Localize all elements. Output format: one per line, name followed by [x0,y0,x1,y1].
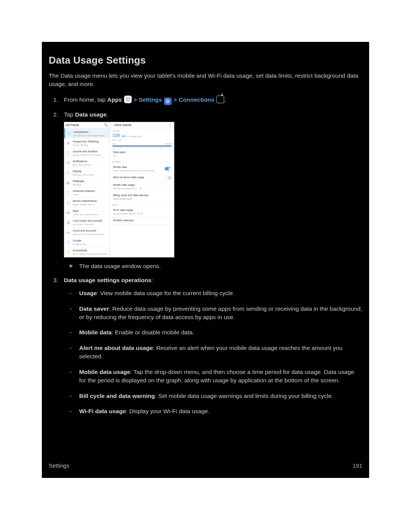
op-text: : View mobile data usage for the current… [97,290,235,296]
row-icon: ▦ [66,211,70,214]
settings-row[interactable]: ♪Sounds and vibrationSounds, Vibration, … [64,148,110,158]
row-subtitle: 0 B used between May 15 – Jun 12 [113,212,162,215]
settings-row[interactable]: ▣WallpaperWallpaper [64,178,110,188]
settings-row[interactable]: ☉Advanced featuresGames [64,188,110,198]
settings-row[interactable]: ⎋ConnectionsWi-Fi, Bluetooth, Data usage… [64,128,110,138]
usage-period: Jun 1 – 30 [112,139,172,141]
settings-row[interactable]: ▦AppsDefault apps, App permissions [64,208,110,217]
data-usage-row[interactable]: Mobile data usage338 MB used between Jun… [110,182,174,192]
settings-header-label: SETTINGS [66,124,79,127]
row-subtitle: Hotspot, Tethering [73,144,108,146]
step-3-post: : [151,277,153,283]
operation-item: Data saver: Reduce data usage by prevent… [79,305,362,322]
back-icon[interactable]: ‹ [112,123,113,127]
apps-label: Apps [107,96,122,103]
row-icon: ♪ [66,151,70,155]
row-title: Lock screen and security [73,219,108,223]
step-3: Data usage settings operations: Usage: V… [64,276,362,416]
row-title: Device maintenance [73,200,108,203]
row-title: Sounds and vibration [73,150,108,153]
section-title: Data Usage Settings [49,53,362,68]
data-usage-row[interactable]: Wi-Fi data usage0 B used between May 15 … [110,207,174,217]
op-name: Alert me about data usage [79,345,153,351]
more-icon[interactable]: ⋮ [168,123,172,127]
row-icon: ★ [66,250,70,254]
row-subtitle: Sounds, Vibration, Do not disturb [73,154,108,156]
operation-item: Mobile data usage: Tap the drop-down men… [79,368,362,385]
row-subtitle: Wi-Fi, Bluetooth, Data usage, Airplane m… [73,134,107,137]
usage-unit: MB [121,134,126,138]
settings-pane-header: SETTINGS 🔍 [64,122,110,128]
result-bullet: The data usage window opens. [79,262,362,270]
toggle[interactable] [165,176,172,179]
row-title: Accessibility [73,249,108,252]
data-usage-row[interactable]: Billing cycle and data warning1st day of… [110,192,174,202]
document-page: Data Usage Settings The Data usage menu … [42,42,369,478]
row-icon: ◯ [66,201,70,204]
usage-bar [112,145,172,147]
row-subtitle: 338 MB used between Jun 1 – 30 [113,187,162,190]
row-title: Google [73,239,108,243]
data-usage-row[interactable]: Data saverOff [110,149,174,159]
row-icon: ☁ [66,230,70,234]
settings-row[interactable]: ✱Hotspot and TetheringHotspot, Tethering [64,138,110,148]
op-name: Usage [79,290,97,296]
row-subtitle: Default apps, App permissions [73,213,108,216]
gt-1: > [132,96,139,103]
data-usage-pane: ‹ DATA USAGE ⋮ USAGE 338 MB of mobile da… [110,122,174,257]
step-3-bold: Data usage settings operations [64,277,151,283]
settings-row[interactable]: ◯Device maintenanceBattery, Storage, Mem… [64,198,110,208]
toggle[interactable] [165,167,172,171]
connections-link[interactable]: Connections [179,96,215,103]
row-subtitle: Vision, Hearing, Dexterity and interacti… [73,253,108,255]
section-label: MOBILE [110,159,174,164]
settings-row[interactable]: ★AccessibilityVision, Hearing, Dexterity… [64,247,110,257]
settings-row[interactable]: ☁Cloud and accountsSamsung Cloud, Backup… [64,227,110,237]
gear-icon [164,97,172,105]
data-usage-row[interactable]: Restrict networks [110,217,174,225]
row-icon: 🔒 [66,220,70,224]
data-usage-header-label: DATA USAGE [115,124,132,126]
settings-row[interactable]: GGoogleGoogle settings [64,237,110,247]
step-2-pre: Tap [64,111,75,118]
settings-link[interactable]: Settings [139,96,162,103]
gt-2: > [172,96,179,103]
op-name: Mobile data [79,329,112,335]
data-usage-row[interactable]: Alert me about data usage [110,174,174,182]
settings-row[interactable]: 🔒Lock screen and securityLock screen, Fi… [64,217,110,227]
row-subtitle: Lock screen, Fingerprints [73,223,108,225]
page-footer: Settings 191 [49,462,362,470]
settings-row[interactable]: ≣NotificationsBlock, allow, prioritize [64,158,110,168]
row-icon: ≣ [66,161,70,165]
row-title: Connections [73,131,107,134]
data-usage-row[interactable]: Mobile dataAccess the internet through y… [110,164,174,174]
op-text: : Reduce data usage by preventing some a… [79,305,362,320]
row-icon: ☼ [66,171,70,175]
operation-item: Mobile data: Enable or disable mobile da… [79,328,362,337]
usage-summary: 338 MB of mobile data Jun 1 – 30 0 B 338… [110,133,174,149]
operation-item: Wi-Fi data usage: Display your Wi-Fi dat… [79,407,362,415]
step-2: Tap Data usage. SETTINGS 🔍 ⎋ConnectionsW… [64,110,362,271]
search-icon[interactable]: 🔍 [104,123,108,127]
apps-icon [124,96,132,103]
row-title: Mobile data usage [113,184,162,187]
step-2-post: . [107,111,108,118]
settings-row[interactable]: ☼DisplayBrightness, Home screen [64,168,110,178]
op-name: Mobile data usage [79,369,130,375]
bar-left-label: 0 B [112,143,115,145]
op-text: : Set mobile data usage warnings and lim… [155,393,333,399]
row-subtitle: Google settings [73,243,108,245]
data-usage-pane-header: ‹ DATA USAGE ⋮ [110,122,174,128]
operation-item: Usage: View mobile data usage for the cu… [79,289,362,297]
row-title: Apps [73,209,108,213]
screenshot: SETTINGS 🔍 ⎋ConnectionsWi-Fi, Bluetooth,… [64,122,174,257]
data-usage-bold: Data usage [75,111,107,118]
row-subtitle: Off [113,155,162,157]
row-icon: G [66,240,70,244]
row-title: Alert me about data usage [113,176,162,179]
row-subtitle: Battery, Storage, Memory [73,203,108,206]
usage-section-label: USAGE [110,128,174,133]
settings-pane: SETTINGS 🔍 ⎋ConnectionsWi-Fi, Bluetooth,… [64,122,110,257]
row-title: Hotspot and Tethering [73,140,108,144]
op-text: : Display your Wi-Fi data usage. [126,408,210,414]
